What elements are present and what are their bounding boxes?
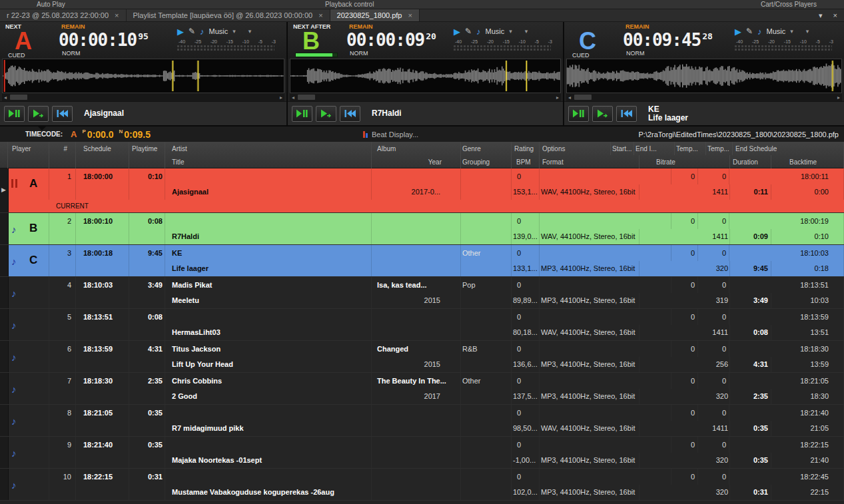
timecode-deck-letter: A: [71, 129, 77, 139]
play-button[interactable]: [28, 106, 49, 122]
playlist-row[interactable]: 2 18:00:10 0:08 0 0 0 18:00:19 R7Haldi 1…: [0, 213, 844, 245]
cell-end-schedule: 18:21:40: [729, 405, 844, 421]
edit-icon[interactable]: ✎: [465, 27, 472, 36]
music-note-icon: ♪: [200, 27, 205, 37]
scroll-left-icon[interactable]: ◂: [290, 95, 296, 101]
col-grouping[interactable]: Grouping: [461, 155, 512, 168]
scroll-left-icon[interactable]: ◂: [566, 95, 573, 101]
scroll-right-icon[interactable]: ▸: [554, 95, 561, 101]
cell-number: 9: [49, 437, 76, 453]
col-artist[interactable]: Artist: [165, 142, 372, 155]
cell-end-schedule: 18:00:11: [729, 168, 844, 184]
chevron-down-icon[interactable]: ▾: [232, 28, 236, 35]
playlist-row[interactable]: 1 18:00:00 0:10 0 0 0 18:00:11 Ajasignaa…: [0, 168, 844, 213]
play-button[interactable]: [592, 106, 613, 122]
tab-close-icon[interactable]: ×: [408, 11, 412, 19]
waveform-display[interactable]: [290, 59, 561, 93]
scroll-right-icon[interactable]: ▸: [835, 95, 842, 101]
play-pause-button[interactable]: [4, 106, 25, 122]
chevron-down-icon[interactable]: ▾: [525, 28, 528, 35]
splitter-handle[interactable]: [38, 126, 46, 130]
playlist-row[interactable]: 10 18:22:15 0:31 0 0 0 18:22:45 Mustamae…: [0, 469, 844, 501]
cell-artist: Chris Cobbins: [165, 373, 372, 389]
col-album[interactable]: Album: [372, 142, 461, 155]
edit-icon[interactable]: ✎: [746, 27, 753, 36]
play-icon[interactable]: ▶: [177, 27, 184, 36]
col-start[interactable]: Start...: [611, 142, 634, 155]
play-icon[interactable]: ▶: [454, 27, 460, 36]
waveform-display[interactable]: [2, 59, 284, 93]
col-number[interactable]: #: [49, 142, 76, 155]
waveform-scrollbar[interactable]: ◂ ▸: [2, 93, 284, 101]
tab-menu-icon[interactable]: ▾: [819, 11, 823, 20]
col-format[interactable]: Format: [540, 155, 639, 168]
playlist-row[interactable]: 9 18:21:40 0:35 0 0 0 18:22:15 Majaka No…: [0, 437, 844, 469]
playlist-row[interactable]: 4 18:10:03 3:49 Madis Pikat Isa, kas tea…: [0, 277, 844, 309]
play-icon[interactable]: ▶: [735, 27, 741, 36]
col-bpm[interactable]: BPM: [512, 155, 540, 168]
play-pause-button[interactable]: [568, 106, 589, 122]
cell-year: 2015: [372, 293, 461, 309]
scrollbar-thumb[interactable]: [574, 95, 592, 100]
category-select[interactable]: Music: [486, 27, 505, 35]
col-backtime[interactable]: Backtime: [771, 155, 844, 168]
cell-backtime: 18:30: [771, 389, 844, 405]
col-temp-2[interactable]: Temp...: [706, 142, 733, 155]
scrollbar-thumb[interactable]: [10, 95, 27, 100]
playlist-file-path: P:\2raTorgi\EditedTimes\20230825_1800\20…: [639, 130, 839, 138]
scrollbar-thumb[interactable]: [298, 95, 315, 100]
col-year[interactable]: Year: [372, 155, 461, 168]
col-schedule[interactable]: Schedule: [76, 142, 129, 155]
auto-play-label[interactable]: Auto Play: [37, 1, 65, 8]
col-temp-1[interactable]: Temp...: [675, 142, 706, 155]
beat-display-button[interactable]: Beat Display...: [363, 130, 418, 138]
close-icon[interactable]: ×: [833, 11, 837, 19]
waveform-display[interactable]: [566, 59, 842, 93]
cue-to-start-button[interactable]: [616, 106, 637, 122]
tab-close-icon[interactable]: ×: [115, 11, 119, 19]
cell-schedule: 18:22:15: [76, 469, 129, 485]
deck-header: NEXT AFTER B REMAIN 00:00:09 20 NORM ▶ ✎…: [288, 22, 563, 59]
col-duration[interactable]: Duration: [730, 155, 771, 168]
cart-players-label: Cart/Cross Players: [761, 1, 817, 8]
playlist-row[interactable]: 6 18:13:59 4:31 Titus Jackson Changed R&…: [0, 341, 844, 373]
col-options[interactable]: Options: [540, 142, 611, 155]
cue-to-start-button[interactable]: [52, 106, 73, 122]
col-playtime[interactable]: Playtime: [129, 142, 165, 155]
playlist-row[interactable]: 8 18:21:05 0:35 0 0 0 18:21:40 R7 midagi…: [0, 405, 844, 437]
col-end-schedule[interactable]: End Schedule: [733, 142, 844, 155]
cue-to-start-button[interactable]: [340, 106, 360, 122]
col-end-i[interactable]: End I...: [634, 142, 675, 155]
tab-close-icon[interactable]: ×: [318, 11, 322, 19]
chevron-down-icon[interactable]: ▾: [790, 28, 793, 35]
category-select[interactable]: Music: [767, 27, 786, 35]
chevron-down-icon[interactable]: ▾: [509, 28, 512, 35]
scroll-left-icon[interactable]: ◂: [2, 95, 9, 101]
cell-rating: 0: [512, 277, 540, 293]
cell-temp-2: 0: [698, 168, 729, 184]
chevron-down-icon[interactable]: ▾: [806, 28, 809, 35]
category-select[interactable]: Music: [209, 27, 228, 35]
waveform-scrollbar[interactable]: ◂ ▸: [290, 93, 561, 101]
tab-playlist-1[interactable]: r 22-23 @ 25.08.2023 22:00:00 ×: [0, 9, 127, 21]
col-player[interactable]: Player: [8, 142, 49, 155]
col-genre[interactable]: Genre: [461, 142, 512, 155]
cell-year: 2015: [372, 357, 461, 373]
tab-playlist-2[interactable]: Playlist Template [laupäeva öö] @ 26.08.…: [127, 9, 330, 21]
playlist-row[interactable]: 3 18:00:18 9:45 KE Other 0 0 0 18:10:03 …: [0, 245, 844, 277]
play-button[interactable]: [316, 106, 336, 122]
play-pause-button[interactable]: [292, 106, 312, 122]
tab-playlist-active[interactable]: 20230825_1800.pfp ×: [330, 9, 420, 21]
scroll-right-icon[interactable]: ▸: [278, 95, 284, 101]
playlist-row[interactable]: 7 18:18:30 2:35 Chris Cobbins The Beauty…: [0, 373, 844, 405]
col-bitrate[interactable]: Bitrate: [639, 155, 730, 168]
edit-icon[interactable]: ✎: [189, 27, 195, 36]
chevron-down-icon[interactable]: ▾: [248, 28, 252, 35]
beat-display-icon: [363, 131, 368, 138]
col-title[interactable]: Title: [165, 155, 372, 168]
radio-automation-window: Auto Play Playback control Cart/Cross Pl…: [0, 0, 844, 504]
cell-playtime: 9:45: [129, 245, 165, 261]
waveform-scrollbar[interactable]: ◂ ▸: [566, 93, 842, 101]
col-rating[interactable]: Rating: [512, 142, 540, 155]
playlist-row[interactable]: 5 18:13:51 0:08 0 0 0 18:13:59 HermasLih…: [0, 309, 844, 341]
